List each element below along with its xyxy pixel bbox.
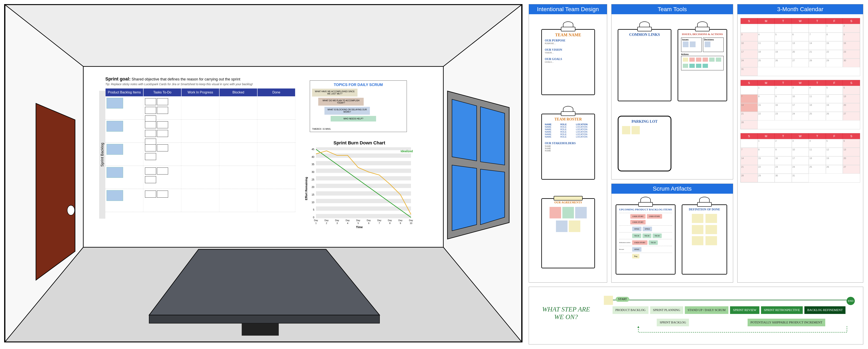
kanban-cell[interactable]: [105, 143, 143, 166]
pbl-item[interactable]: TECH: [653, 234, 662, 238]
calendar-day[interactable]: 12: [826, 95, 843, 103]
calendar-day[interactable]: 25: [758, 59, 775, 67]
kanban-cell[interactable]: [105, 97, 143, 119]
calendar-day[interactable]: 11: [758, 41, 775, 50]
pbl-item[interactable]: TECH: [649, 240, 658, 245]
kanban-cell[interactable]: [181, 97, 219, 119]
task-card[interactable]: [157, 98, 168, 105]
calendar-day[interactable]: 13: [843, 148, 860, 156]
task-card[interactable]: [145, 98, 156, 105]
calendar-day[interactable]: 5: [826, 139, 843, 148]
calendar-day[interactable]: 8: [758, 148, 775, 156]
task-card[interactable]: [145, 107, 156, 114]
kanban-cell[interactable]: [105, 119, 143, 143]
calendar-month[interactable]: SMTWTFS123456789101112131415161718192021…: [740, 18, 860, 76]
calendar-day[interactable]: 20: [843, 156, 860, 165]
calendar-day[interactable]: 26: [826, 165, 843, 174]
calendar-day[interactable]: 27: [843, 165, 860, 174]
task-card[interactable]: [145, 144, 156, 151]
calendar-month[interactable]: SMTWTFS123456789101112131415161718192021…: [740, 133, 860, 182]
action-sticky[interactable]: [683, 64, 688, 68]
pbi-sticky[interactable]: [106, 167, 123, 178]
agreement-sticky[interactable]: [556, 220, 567, 232]
calendar-day[interactable]: 14: [809, 41, 826, 50]
kanban-cell[interactable]: [219, 143, 257, 166]
calendar-day[interactable]: 24: [792, 165, 809, 174]
calendar-day[interactable]: 18: [809, 103, 826, 112]
kanban-cell[interactable]: [181, 119, 219, 143]
calendar-day[interactable]: 25: [809, 165, 826, 174]
task-card[interactable]: [145, 176, 156, 183]
calendar-day[interactable]: 7: [741, 148, 758, 156]
calendar-day[interactable]: 2: [775, 86, 792, 95]
action-sticky[interactable]: [703, 64, 708, 68]
calendar-day[interactable]: 23: [775, 112, 792, 120]
action-sticky[interactable]: [689, 58, 695, 62]
task-card[interactable]: [145, 168, 156, 174]
calendar-day[interactable]: 3: [741, 33, 758, 41]
calendar-day[interactable]: 5: [826, 86, 843, 95]
parking-lot-board[interactable]: PARKING LOT: [618, 116, 672, 171]
step-node[interactable]: PRODUCT BACKLOG: [613, 306, 648, 314]
calendar-day[interactable]: 21: [741, 165, 758, 174]
kanban-cell[interactable]: [181, 189, 219, 212]
step-node[interactable]: SPRINT REVIEW: [730, 306, 759, 314]
kanban-cell[interactable]: [143, 143, 181, 166]
step-marker-sticky[interactable]: [604, 296, 613, 305]
task-card[interactable]: [157, 130, 168, 137]
task-card[interactable]: [145, 153, 156, 160]
action-sticky[interactable]: [703, 58, 708, 62]
calendar-day[interactable]: 29: [826, 59, 843, 67]
kanban-cell[interactable]: [257, 97, 295, 119]
calendar-day[interactable]: 10: [792, 148, 809, 156]
team-roster-card[interactable]: TEAM ROSTER NAMEROLELOCATIONNAMEROLELOCA…: [541, 114, 595, 180]
calendar-day[interactable]: 24: [792, 112, 809, 120]
calendar-day[interactable]: 19: [826, 103, 843, 112]
kanban-cell[interactable]: [181, 143, 219, 166]
calendar-month[interactable]: SMTWTFS123456789101112131415161718192021…: [740, 80, 860, 129]
kanban-cell[interactable]: [143, 119, 181, 143]
kanban-cell[interactable]: [143, 166, 181, 189]
calendar-day[interactable]: 22: [758, 112, 775, 120]
calendar-day[interactable]: 9: [775, 148, 792, 156]
action-sticky[interactable]: [689, 64, 695, 68]
calendar-day[interactable]: 1: [826, 24, 843, 33]
calendar-day[interactable]: 20: [843, 103, 860, 112]
calendar-day[interactable]: 8: [758, 95, 775, 103]
kanban-cell[interactable]: [143, 97, 181, 119]
common-links-card[interactable]: COMMON LINKS: [618, 29, 672, 101]
step-node[interactable]: BACKLOG REFINEMENT: [804, 306, 845, 314]
kanban-cell[interactable]: [219, 189, 257, 212]
kanban-cell[interactable]: [105, 189, 143, 212]
calendar-day[interactable]: 11: [809, 95, 826, 103]
calendar-day[interactable]: 11: [809, 148, 826, 156]
calendar-day[interactable]: 29: [758, 174, 775, 182]
calendar-day[interactable]: 22: [758, 165, 775, 174]
calendar-day[interactable]: 2: [775, 139, 792, 148]
calendar-day[interactable]: 17: [792, 103, 809, 112]
calendar-day[interactable]: 25: [809, 112, 826, 120]
kanban-cell[interactable]: [257, 189, 295, 212]
calendar-day[interactable]: 15: [826, 41, 843, 50]
ida-card[interactable]: ISSUES, DECISIONS & ACTIONS Issues Decis…: [678, 29, 727, 101]
calendar-day[interactable]: 18: [809, 156, 826, 165]
pbl-item[interactable]: USER STORY: [647, 214, 662, 219]
calendar-day[interactable]: 7: [741, 95, 758, 103]
calendar-day[interactable]: 27: [843, 112, 860, 120]
calendar-day[interactable]: 10: [741, 41, 758, 50]
calendar-day[interactable]: 1: [758, 139, 775, 148]
pbl-item[interactable]: SPIKE: [643, 227, 652, 231]
pbl-item[interactable]: Bug: [632, 254, 640, 258]
team-name-card[interactable]: TEAM NAME OUR PURPOSEPURPOSE…OUR VISIONV…: [541, 29, 595, 95]
calendar-day[interactable]: 15: [758, 156, 775, 165]
kanban-cell[interactable]: [257, 166, 295, 189]
calendar-day[interactable]: 2: [843, 24, 860, 33]
calendar-day[interactable]: 3: [792, 86, 809, 95]
calendar-day[interactable]: 18: [758, 50, 775, 59]
agreement-sticky[interactable]: [550, 207, 561, 218]
calendar-day[interactable]: 31: [792, 174, 809, 182]
agreements-card[interactable]: OUR AGREEMENTS: [541, 198, 595, 268]
dod-card[interactable]: DEFINITION OF DONE: [682, 204, 727, 275]
task-card[interactable]: [157, 168, 168, 174]
calendar-day[interactable]: 12: [826, 148, 843, 156]
